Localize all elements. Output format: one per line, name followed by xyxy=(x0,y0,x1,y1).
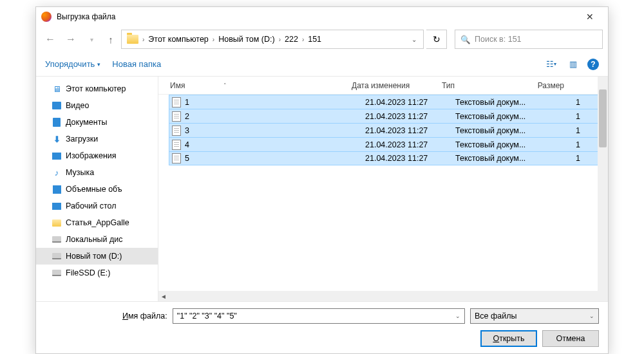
file-row[interactable]: 521.04.2023 11:27Текстовый докум...1 xyxy=(169,151,605,165)
cancel-button[interactable]: Отмена xyxy=(542,330,599,347)
text-file-icon xyxy=(172,97,181,107)
document-icon xyxy=(52,117,62,127)
breadcrumb-segment[interactable]: 151 xyxy=(305,35,324,44)
pc-icon: 🖥 xyxy=(52,84,62,94)
open-button[interactable]: Открыть xyxy=(480,330,537,347)
tree-item-music[interactable]: ♪Музыка xyxy=(36,164,158,181)
file-dialog: Выгрузка файла ✕ ← → ▾ ↑ › Этот компьюте… xyxy=(35,6,609,354)
address-bar[interactable]: › Этот компьютер › Новый том (D:) › 222 … xyxy=(121,30,424,49)
column-date[interactable]: Дата изменения xyxy=(352,81,442,90)
tree-item-3d[interactable]: Объемные объ xyxy=(36,181,158,198)
video-icon xyxy=(52,100,62,111)
dialog-footer: Имя файла: "1" "2" "3" "4" "5"⌄ Все файл… xyxy=(36,301,608,353)
3d-icon xyxy=(52,184,62,194)
column-type[interactable]: Тип xyxy=(442,81,532,90)
up-button[interactable]: ↑ xyxy=(103,30,118,48)
command-bar: Упорядочить ▾ Новая папка ☷ ▾ ▥ ? xyxy=(36,52,608,77)
search-input[interactable]: 🔍 Поиск в: 151 xyxy=(455,30,603,49)
tree-item-pictures[interactable]: Изображения xyxy=(36,147,158,164)
text-file-icon xyxy=(172,111,181,122)
horizontal-scrollbar[interactable]: ◄► xyxy=(158,291,608,301)
back-button[interactable]: ← xyxy=(41,30,59,48)
chevron-right-icon: › xyxy=(302,36,304,43)
pictures-icon xyxy=(52,151,62,161)
text-file-icon xyxy=(172,126,181,136)
preview-pane-button[interactable]: ▥ xyxy=(565,57,581,71)
vertical-scrollbar[interactable] xyxy=(598,77,608,301)
firefox-icon xyxy=(41,12,52,22)
download-icon: ⬇ xyxy=(52,134,62,144)
tree-item-folder[interactable]: Статья_AppGalle xyxy=(36,214,158,231)
help-icon[interactable]: ? xyxy=(587,59,599,70)
chevron-down-icon: ▾ xyxy=(97,61,100,68)
chevron-down-icon: ⌄ xyxy=(455,313,460,319)
folder-icon xyxy=(52,218,62,228)
chevron-down-icon: ⌄ xyxy=(589,313,594,319)
file-row[interactable]: 421.04.2023 11:27Текстовый докум...1 xyxy=(169,137,605,151)
filetype-filter[interactable]: Все файлы⌄ xyxy=(470,308,599,324)
tree-item-desktop[interactable]: Рабочий стол xyxy=(36,198,158,214)
folder-icon xyxy=(127,35,138,44)
breadcrumb-segment[interactable]: Этот компьютер xyxy=(146,35,211,44)
dialog-body: 🖥Этот компьютер Видео Документы ⬇Загрузк… xyxy=(36,77,608,301)
file-row[interactable]: 321.04.2023 11:27Текстовый докум...1 xyxy=(169,123,605,137)
nav-row: ← → ▾ ↑ › Этот компьютер › Новый том (D:… xyxy=(36,26,608,52)
sort-asc-icon: ˄ xyxy=(223,82,227,89)
drive-icon xyxy=(52,251,62,261)
file-list: Имя˄ Дата изменения Тип Размер 121.04.20… xyxy=(158,77,608,301)
titlebar: Выгрузка файла ✕ xyxy=(36,7,608,26)
new-folder-button[interactable]: Новая папка xyxy=(112,59,161,69)
filename-label: Имя файла: xyxy=(122,312,167,321)
navigation-tree[interactable]: 🖥Этот компьютер Видео Документы ⬇Загрузк… xyxy=(36,77,158,301)
file-rows: 121.04.2023 11:27Текстовый докум...1 221… xyxy=(158,95,608,291)
chevron-right-icon: › xyxy=(213,36,214,43)
forward-button[interactable]: → xyxy=(62,30,80,48)
chevron-right-icon: › xyxy=(142,36,144,43)
music-icon: ♪ xyxy=(52,167,62,178)
breadcrumb-segment[interactable]: 222 xyxy=(282,35,301,44)
address-dropdown[interactable]: ⌄ xyxy=(408,36,421,43)
window-title: Выгрузка файла xyxy=(57,12,577,21)
text-file-icon xyxy=(172,140,181,150)
search-placeholder: Поиск в: 151 xyxy=(475,35,522,44)
search-icon: 🔍 xyxy=(460,35,471,44)
text-file-icon xyxy=(172,153,181,163)
refresh-button[interactable]: ↻ xyxy=(426,30,447,49)
drive-icon xyxy=(52,234,62,245)
file-row[interactable]: 221.04.2023 11:27Текстовый докум...1 xyxy=(169,109,605,123)
breadcrumb-segment[interactable]: Новый том (D:) xyxy=(216,35,278,44)
column-headers: Имя˄ Дата изменения Тип Размер xyxy=(158,77,608,95)
tree-item-documents[interactable]: Документы xyxy=(36,114,158,131)
tree-item-videos[interactable]: Видео xyxy=(36,97,158,114)
close-button[interactable]: ✕ xyxy=(577,7,603,26)
scrollbar-thumb[interactable] xyxy=(599,89,607,147)
column-size[interactable]: Размер xyxy=(532,81,571,90)
view-options-button[interactable]: ☷ ▾ xyxy=(544,57,559,71)
tree-item-drive-e[interactable]: FileSSD (E:) xyxy=(36,265,158,281)
filename-input[interactable]: "1" "2" "3" "4" "5"⌄ xyxy=(173,308,465,324)
chevron-right-icon: › xyxy=(279,36,281,43)
tree-item-this-pc[interactable]: 🖥Этот компьютер xyxy=(36,80,158,97)
tree-item-drive-d[interactable]: Новый том (D:) xyxy=(36,248,158,265)
scroll-left-icon[interactable]: ◄ xyxy=(158,293,169,300)
organize-button[interactable]: Упорядочить ▾ xyxy=(45,59,100,69)
file-row[interactable]: 121.04.2023 11:27Текстовый докум...1 xyxy=(169,95,605,109)
recent-locations[interactable]: ▾ xyxy=(82,30,100,48)
drive-icon xyxy=(52,268,62,278)
tree-item-local-disk[interactable]: Локальный дис xyxy=(36,231,158,248)
tree-item-downloads[interactable]: ⬇Загрузки xyxy=(36,131,158,147)
column-name[interactable]: Имя˄ xyxy=(158,81,352,90)
desktop-icon xyxy=(52,201,62,211)
